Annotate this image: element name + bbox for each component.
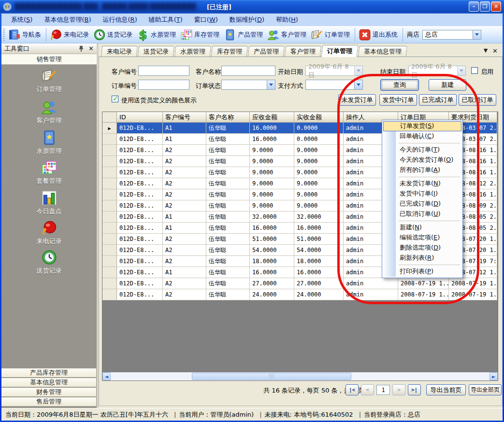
menu-item-t[interactable]: 辅助工具(T) [143,14,188,26]
sidebar-item-5[interactable]: 今日盘点 [1,190,97,219]
menu-item-r[interactable]: 运行信息(R) [97,14,143,26]
close-button[interactable]: ✕ [491,1,501,12]
query-button[interactable]: 查询 [380,79,419,91]
row-selector-cell[interactable] [102,289,117,300]
context-menu-item-d[interactable]: 删除选定项(D) [383,243,461,253]
status-filter-button-4[interactable]: 已取消订单 [459,94,496,106]
row-selector-cell[interactable]: ▶ [102,123,117,134]
sidebar-item-1[interactable]: 订单管理 [1,68,97,97]
context-menu-item-o[interactable]: 今天的发货订单(O) [383,155,461,165]
row-selector-cell[interactable] [102,167,117,178]
status-filter-button-1[interactable]: 未发货订单 [338,94,376,106]
row-selector-cell[interactable] [102,189,117,200]
context-menu-item-n[interactable]: 未发货订单(N) [383,179,461,189]
toolbar-button-2[interactable]: 来电记录 [48,28,92,42]
toolbar-button-9[interactable]: 退出系统 [357,28,401,42]
status-filter-button-2[interactable]: 发货中订单 [379,94,417,106]
context-menu-item-i[interactable]: 发货中订单(I) [383,189,461,199]
enable-checkbox[interactable] [471,67,478,74]
menu-item-h[interactable]: 帮助(H) [270,14,304,26]
context-menu-item-n[interactable]: 新建(N) [383,223,461,233]
context-menu-item-d[interactable]: 已完成订单(D) [383,199,461,209]
next-page-button[interactable]: > [392,384,405,395]
tab-list-dropdown-icon[interactable]: ▼ [484,47,488,55]
sidebar-item-7[interactable]: 送货记录 [1,249,97,278]
page-number-input[interactable]: 1 [376,385,390,395]
row-selector-cell[interactable] [102,278,117,289]
row-selector-cell[interactable] [102,211,117,223]
toolbar-button-5[interactable]: 库存管理 [179,28,222,42]
row-selector-cell[interactable] [102,234,117,245]
menu-item-d[interactable]: 数据维护(D) [224,14,270,26]
scroll-left-icon[interactable]: ◄ [102,372,111,380]
table-row[interactable]: 012D-E8...A2伍华聪27.000027.0000admin2008-0… [102,278,497,289]
delivery-color-checkbox[interactable] [112,96,118,102]
tab-客户管理[interactable]: 客户管理 [285,46,321,56]
toolbar-button-6[interactable]: 产品管理 [222,28,266,42]
order-status-combo[interactable] [221,80,275,90]
tab-来电记录[interactable]: 来电记录 [101,46,138,56]
minimize-button[interactable]: – [469,1,479,12]
row-selector-cell[interactable] [102,134,117,145]
sidebar-group-1[interactable]: 产品库存管理 [1,368,97,378]
context-menu-item-c[interactable]: 回单确认(C) [383,131,461,141]
last-page-button[interactable]: >| [408,384,421,395]
context-menu-item-r[interactable]: 刷新列表(R) [383,253,461,263]
scroll-right-icon[interactable]: ► [490,372,498,380]
row-selector-cell[interactable] [102,178,117,189]
order-no-input[interactable] [138,80,189,90]
export-current-page-button[interactable]: 导出当前页 [426,384,466,395]
tab-水票管理[interactable]: 水票管理 [174,46,211,56]
context-menu-item-a[interactable]: 所有的订单(A) [383,165,461,175]
tool-window-close-icon[interactable]: ✕ [88,45,94,52]
column-header-customer_name[interactable]: 客户名称 [206,112,250,123]
scrollbar-thumb[interactable] [192,373,351,380]
row-selector-cell[interactable] [102,267,117,278]
tab-订单管理[interactable]: 订单管理 [321,45,359,57]
tab-送货记录[interactable]: 送货记录 [138,46,174,56]
row-selector-cell[interactable] [102,145,117,156]
context-menu-item-e[interactable]: 编辑选定项(E) [383,233,461,243]
export-all-pages-button[interactable]: 导出全部页 [469,384,502,395]
row-selector-cell[interactable] [102,200,117,211]
column-header-receivable[interactable]: 应收金额 [250,112,294,123]
sidebar-group-sales[interactable]: 销售管理 [1,54,97,65]
toolbar-button-3[interactable]: 送货记录 [92,28,135,42]
menu-item-w[interactable]: 窗口(W) [188,14,224,26]
tab-基本信息管理[interactable]: 基本信息管理 [358,46,407,56]
customer-name-input[interactable] [221,66,275,76]
toolbar-button-4[interactable]: $水票管理 [135,28,179,42]
sidebar-group-4[interactable]: 售后管理 [1,397,97,407]
menu-item-b[interactable]: 基本信息管理(B) [38,14,97,26]
maximize-button[interactable]: ❐ [480,1,490,12]
menu-item-s[interactable]: 系统(S) [5,14,38,26]
sidebar-item-4[interactable]: 套餐管理 [1,159,97,188]
context-menu-item-s[interactable]: 订单发货(S) [383,121,461,131]
tab-库存管理[interactable]: 库存管理 [211,46,248,56]
context-menu-item-p[interactable]: 打印列表(P) [383,267,461,277]
sidebar-item-6[interactable]: 来电记录 [1,220,97,249]
context-menu-item-u[interactable]: 已取消订单(U) [383,209,461,219]
pay-method-combo[interactable] [305,80,363,90]
column-header-received[interactable]: 实收金额 [294,112,344,123]
sidebar-item-3[interactable]: 水票管理 [1,129,97,158]
row-selector-cell[interactable] [102,245,117,256]
row-selector-cell[interactable] [102,156,117,167]
toolbar-button-1[interactable]: 导航条 [7,28,44,42]
sidebar-group-2[interactable]: 基本信息管理 [1,378,97,387]
sidebar-item-2[interactable]: 客户管理 [1,99,97,128]
table-row[interactable]: 012D-E8...A2伍华聪24.000024.0000admin2008-0… [102,289,497,300]
status-filter-button-3[interactable]: 已完成订单 [419,94,457,106]
pin-icon[interactable] [78,45,85,52]
toolbar-button-7[interactable]: 客户管理 [266,28,309,42]
tab-产品管理[interactable]: 产品管理 [248,46,285,56]
row-selector-cell[interactable] [102,223,117,234]
chevron-down-icon[interactable] [473,30,481,39]
customer-no-input[interactable] [138,66,189,76]
prev-page-button[interactable]: < [361,384,374,395]
row-selector-cell[interactable] [102,256,117,267]
first-page-button[interactable]: |< [346,384,359,395]
sidebar-group-3[interactable]: 财务管理 [1,387,97,397]
toolbar-button-8[interactable]: 订单管理 [309,28,353,42]
context-menu-item-t[interactable]: 今天的订单(T) [383,145,461,155]
